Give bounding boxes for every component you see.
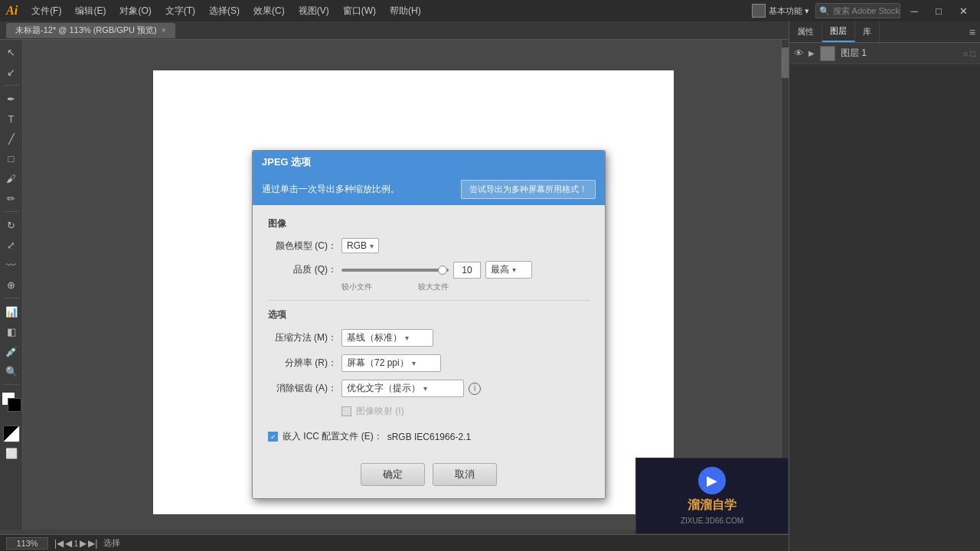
zoom-display: 113% — [6, 537, 48, 549]
minimize-btn[interactable]: ─ — [903, 3, 925, 18]
status-label: 选择 — [103, 537, 120, 549]
quality-row: 品质 (Q)： 10 最高 ▾ — [268, 261, 590, 292]
rotate-tool-btn[interactable]: ↻ — [2, 216, 21, 234]
antialias-label: 消除锯齿 (A)： — [268, 382, 337, 395]
page-nav: |◀ ◀ 1 ▶ ▶| — [54, 538, 97, 549]
arrange-icon — [752, 4, 766, 18]
slider-labels: 较小文件 较大文件 — [341, 282, 449, 292]
direct-select-btn[interactable]: ↙ — [2, 63, 21, 81]
toolbar-separator-4 — [4, 384, 19, 385]
menu-text[interactable]: 文字(T) — [159, 3, 201, 19]
pen-tool-btn[interactable]: ✒ — [2, 90, 21, 108]
scroll-thumb-right[interactable] — [782, 47, 789, 78]
menu-file[interactable]: 文件(F) — [25, 3, 67, 19]
layer-lock-icon: ○ □ — [963, 49, 975, 58]
close-btn[interactable]: ✕ — [952, 3, 974, 18]
tab-library[interactable]: 库 — [855, 21, 880, 42]
resolution-select[interactable]: 屏幕（72 ppi） ▾ — [341, 354, 441, 372]
image-section-title: 图像 — [268, 217, 590, 230]
graph-tool-btn[interactable]: 📊 — [2, 302, 21, 321]
title-bar: 未标题-12* @ 113% (RGB/GPU 预览) × — [0, 21, 789, 40]
panel-more-btn[interactable]: ≡ — [965, 21, 980, 42]
color-model-select[interactable]: RGB ▾ — [341, 238, 379, 253]
scale-tool-btn[interactable]: ⤢ — [2, 236, 21, 254]
eyedropper-tool-btn[interactable]: 💉 — [2, 342, 21, 360]
search-icon: 🔍 — [816, 6, 833, 16]
quality-preset-select[interactable]: 最高 ▾ — [485, 261, 532, 279]
menu-window[interactable]: 窗口(W) — [337, 3, 382, 19]
color-model-row: 颜色模型 (C)： RGB ▾ — [268, 238, 590, 253]
menu-view[interactable]: 视图(V) — [292, 3, 335, 19]
export-multiscreen-btn[interactable]: 尝试导出为多种屏幕所用格式！ — [461, 180, 596, 199]
antialias-select[interactable]: 优化文字（提示） ▾ — [341, 380, 464, 397]
type-tool-btn[interactable]: T — [2, 109, 21, 128]
page-next-btn[interactable]: ▶ — [80, 538, 87, 549]
color-mode-icon[interactable] — [3, 425, 20, 442]
menu-edit[interactable]: 编辑(E) — [69, 3, 112, 19]
compress-arrow-icon: ▾ — [405, 334, 409, 342]
background-swatch[interactable] — [8, 398, 21, 412]
layer-item[interactable]: 👁 ▶ 图层 1 ○ □ — [789, 43, 980, 64]
dialog-titlebar: JPEG 选项 — [253, 151, 605, 174]
select-tool-btn[interactable]: ↖ — [2, 43, 21, 61]
antialias-info-icon[interactable]: i — [469, 383, 481, 395]
menu-select[interactable]: 选择(S) — [203, 3, 246, 19]
layer-visibility-icon[interactable]: 👁 — [794, 47, 804, 59]
color-model-label: 颜色模型 (C)： — [268, 240, 337, 253]
tab-layers[interactable]: 图层 — [822, 21, 855, 42]
zoom-value: 113% — [16, 539, 38, 548]
icc-section: ✓ 嵌入 ICC 配置文件 (E)： sRGB IEC61966-2.1 — [268, 430, 590, 443]
toolbar-separator-1 — [4, 85, 19, 86]
blend-tool-btn[interactable]: ⊕ — [2, 276, 21, 294]
tab-properties[interactable]: 属性 — [789, 21, 822, 42]
toolbar-separator-3 — [4, 298, 19, 298]
rect-tool-btn[interactable]: □ — [2, 149, 21, 168]
quality-slider-thumb[interactable] — [438, 266, 447, 275]
icc-label: 嵌入 ICC 配置文件 (E)： — [283, 430, 383, 443]
paintbrush-tool-btn[interactable]: 🖌 — [2, 169, 21, 187]
antialias-value: 优化文字（提示） — [347, 382, 420, 395]
warp-tool-btn[interactable]: 〰 — [2, 256, 21, 274]
right-panel: 属性 图层 库 ≡ 👁 ▶ 图层 1 ○ □ — [789, 21, 980, 551]
resolution-row: 分辨率 (R)： 屏幕（72 ppi） ▾ — [268, 354, 590, 372]
cancel-button[interactable]: 取消 — [433, 463, 497, 486]
layer-expand-icon[interactable]: ▶ — [808, 49, 815, 57]
page-number: 1 — [74, 539, 78, 548]
imagemap-checkbox — [341, 406, 351, 416]
document-tab[interactable]: 未标题-12* @ 113% (RGB/GPU 预览) × — [6, 23, 175, 38]
dialog-blue-bar-text: 通过单击一次导出多种缩放比例。 — [262, 183, 400, 196]
menu-object[interactable]: 对象(O) — [113, 3, 157, 19]
artboard-tool-btn[interactable]: ⬜ — [2, 444, 21, 462]
stock-placeholder: 搜索 Adobe Stock — [833, 5, 900, 17]
maximize-btn[interactable]: □ — [928, 3, 949, 18]
tab-close-btn[interactable]: × — [162, 26, 166, 34]
quality-slider[interactable] — [341, 269, 449, 272]
compress-method-row: 压缩方法 (M)： 基线（标准） ▾ — [268, 329, 590, 347]
resolution-label: 分辨率 (R)： — [268, 357, 337, 370]
quality-slider-row: 10 最高 ▾ — [341, 261, 532, 279]
page-first-btn[interactable]: |◀ — [54, 538, 64, 549]
zoom-tool-btn[interactable]: 🔍 — [2, 362, 21, 380]
compress-select[interactable]: 基线（标准） ▾ — [341, 329, 433, 347]
imagemap-label: 图像映射 (I) — [356, 405, 404, 418]
page-last-btn[interactable]: ▶| — [88, 538, 97, 549]
toolbar-separator-2 — [4, 211, 19, 212]
line-tool-btn[interactable]: ╱ — [2, 129, 21, 148]
quality-preset-arrow-icon: ▾ — [512, 266, 516, 274]
icc-checkbox[interactable]: ✓ — [268, 432, 278, 442]
menu-effect[interactable]: 效果(C) — [247, 3, 291, 19]
quality-number-input[interactable]: 10 — [453, 262, 481, 279]
pencil-tool-btn[interactable]: ✏ — [2, 189, 21, 207]
gradient-tool-btn[interactable]: ◧ — [2, 322, 21, 341]
dialog-overlay: JPEG 选项 通过单击一次导出多种缩放比例。 尝试导出为多种屏幕所用格式！ 图… — [46, 80, 789, 530]
resolution-value: 屏幕（72 ppi） — [347, 357, 409, 370]
page-prev-btn[interactable]: ◀ — [65, 538, 72, 549]
compress-value: 基线（标准） — [347, 331, 402, 344]
menu-help[interactable]: 帮助(H) — [384, 3, 427, 19]
color-model-value: RGB — [347, 240, 367, 251]
dialog-blue-bar: 通过单击一次导出多种缩放比例。 尝试导出为多种屏幕所用格式！ — [253, 174, 605, 205]
ok-button[interactable]: 确定 — [361, 463, 425, 486]
options-section-title: 选项 — [268, 308, 590, 321]
slider-min-label: 较小文件 — [341, 282, 372, 292]
layer-thumbnail — [820, 46, 835, 61]
